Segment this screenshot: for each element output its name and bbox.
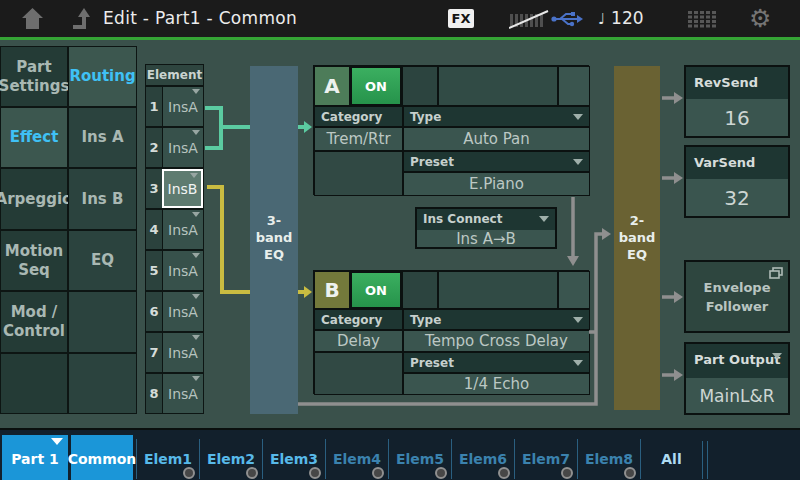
fx-indicator[interactable]: FX <box>448 9 474 28</box>
chevron-down-icon <box>51 438 63 445</box>
tempo-display[interactable]: ♩120 <box>598 0 644 37</box>
envelope-follower-button[interactable]: Envelope Follower <box>684 260 790 333</box>
sidebar-item-motion-seq[interactable]: Motion Seq <box>0 230 68 291</box>
chevron-down-icon <box>192 376 200 381</box>
chevron-down-icon <box>539 216 549 222</box>
part-output-label: Part Output <box>686 344 788 378</box>
element-status-led <box>498 467 510 479</box>
ins-a-preset-value[interactable]: E.Piano <box>403 172 590 196</box>
ins-connect-value: Ins A→B <box>417 230 555 247</box>
ins-a-header-cell <box>402 66 438 106</box>
element-status-led <box>309 467 321 479</box>
home-icon[interactable] <box>22 7 43 30</box>
element-ins-select-4[interactable]: InsA <box>162 210 203 249</box>
tab-elem2[interactable]: Elem2 <box>199 439 262 479</box>
element-ins-select-8[interactable]: InsA <box>162 374 203 413</box>
status-accent-line <box>0 37 800 40</box>
rev-send-label: RevSend <box>686 67 788 99</box>
element-number: 4 <box>146 210 162 249</box>
tab-elem6[interactable]: Elem6 <box>451 439 514 479</box>
element-row: 3 InsB <box>145 168 204 209</box>
chevron-down-icon <box>573 317 583 323</box>
ins-a-category-value: Trem/Rtr <box>314 127 403 151</box>
part-select-button[interactable]: Part 1 <box>2 435 68 480</box>
sidebar-item-part-settings[interactable]: Part Settings <box>0 46 68 107</box>
sidebar-item-eq[interactable]: EQ <box>68 230 137 291</box>
ins-b-header-cell <box>558 271 590 309</box>
element-ins-select-1[interactable]: InsA <box>162 87 203 126</box>
settings-gear-icon[interactable]: ⚙ <box>749 0 771 37</box>
sidebar-item-arpeggio[interactable]: Arpeggio <box>0 168 68 230</box>
var-send-label: VarSend <box>686 147 788 179</box>
ins-b-type-value[interactable]: Tempo Cross Delay <box>403 330 590 352</box>
var-send-value[interactable]: 32 <box>686 179 788 216</box>
element-ins-select-5[interactable]: InsA <box>162 251 203 290</box>
ins-b-preset-value[interactable]: 1/4 Echo <box>403 373 590 395</box>
tab-elem4[interactable]: Elem4 <box>325 439 388 479</box>
sidebar-cell-empty <box>68 353 137 414</box>
ins-a-type-select[interactable]: Type <box>403 106 590 127</box>
tab-elem5[interactable]: Elem5 <box>388 439 451 479</box>
ins-b-on-button[interactable]: ON <box>350 271 402 309</box>
element-status-led <box>372 467 384 479</box>
element-row: 8 InsA <box>145 373 204 414</box>
chevron-down-icon <box>192 89 200 94</box>
element-ins-select-3[interactable]: InsB <box>162 169 203 208</box>
sidebar-item-ins-b[interactable]: Ins B <box>68 168 137 230</box>
tab-all[interactable]: All <box>640 439 702 479</box>
insertion-b-block: B ON Category Delay Type Tempo Cross Del… <box>313 270 589 394</box>
sidebar-cell-empty <box>68 291 137 353</box>
ins-a-on-button[interactable]: ON <box>350 66 402 106</box>
part-output-select[interactable]: Part Output MainL&R <box>684 342 790 415</box>
element-ins-select-2[interactable]: InsA <box>162 128 203 167</box>
eq-3band-block[interactable]: 3-band EQ <box>250 66 298 414</box>
tab-elem1[interactable]: Elem1 <box>136 439 199 479</box>
chevron-down-icon <box>192 253 200 258</box>
ins-connect-select[interactable]: Ins Connect Ins A→B <box>415 207 557 249</box>
ins-a-header-cell <box>558 66 590 106</box>
sidebar-item-ins-a[interactable]: Ins A <box>68 107 137 168</box>
element-ins-select-6[interactable]: InsA <box>162 292 203 331</box>
exit-up-icon[interactable] <box>70 7 94 30</box>
ins-b-type-select[interactable]: Type <box>403 309 590 330</box>
element-number: 5 <box>146 251 162 290</box>
menu-grid-icon[interactable] <box>688 11 718 28</box>
synth-edit-screen: Edit - Part1 - Common FX ♩120 <box>0 0 800 480</box>
element-number: 7 <box>146 333 162 372</box>
ins-a-preset-select[interactable]: Preset <box>403 151 590 172</box>
chevron-down-icon <box>772 353 782 359</box>
rev-send-value[interactable]: 16 <box>686 99 788 136</box>
ins-a-type-value[interactable]: Auto Pan <box>403 127 590 151</box>
chevron-down-icon <box>192 335 200 340</box>
sidebar-item-mod-control[interactable]: Mod / Control <box>0 291 68 353</box>
sidebar-item-routing[interactable]: Routing <box>68 46 137 107</box>
usb-icon <box>551 11 583 28</box>
element-number: 8 <box>146 374 162 413</box>
ins-a-empty-cell <box>314 151 403 196</box>
ins-b-preset-select[interactable]: Preset <box>403 352 590 373</box>
tab-elem3[interactable]: Elem3 <box>262 439 325 479</box>
ins-b-header-cell <box>402 271 438 309</box>
quarter-note-icon: ♩ <box>598 10 605 28</box>
ins-b-empty-cell <box>314 352 403 395</box>
element-ins-select-7[interactable]: InsA <box>162 333 203 372</box>
element-row: 6 InsA <box>145 291 204 332</box>
ins-b-category-label: Category <box>314 309 403 330</box>
ins-connect-label: Ins Connect <box>417 209 555 230</box>
ins-b-category-value: Delay <box>314 330 403 352</box>
rev-send-box[interactable]: RevSend 16 <box>684 65 790 138</box>
chevron-down-icon <box>573 114 583 120</box>
element-column-header: Element <box>145 64 204 86</box>
part-output-value: MainL&R <box>686 378 788 413</box>
page-title: Edit - Part1 - Common <box>103 0 297 37</box>
eq-2band-block[interactable]: 2-band EQ <box>614 66 660 410</box>
tab-elem7[interactable]: Elem7 <box>514 439 577 479</box>
ins-a-header-cell <box>438 66 558 106</box>
var-send-box[interactable]: VarSend 32 <box>684 145 790 218</box>
element-number: 3 <box>146 169 162 208</box>
sidebar-item-effect[interactable]: Effect <box>0 107 68 168</box>
tab-elem8[interactable]: Elem8 <box>577 439 640 479</box>
tab-common[interactable]: Common <box>71 435 133 480</box>
insertion-a-block: A ON Category Trem/Rtr Type Auto Pan Pre… <box>313 65 589 195</box>
element-row: 5 InsA <box>145 250 204 291</box>
